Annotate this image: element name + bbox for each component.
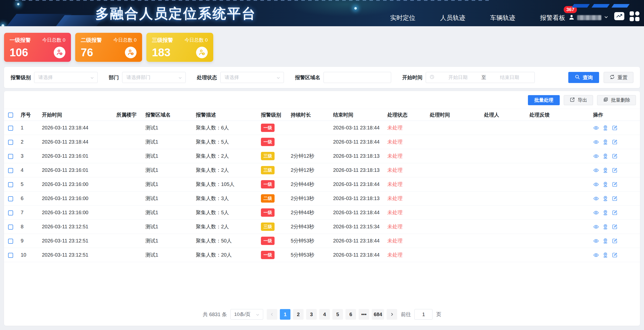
cell-text: 7	[21, 210, 23, 215]
status-text: 未处理	[387, 238, 402, 243]
row-checkbox[interactable]	[8, 182, 13, 187]
filter-label-dept: 部门	[109, 74, 119, 81]
column-header: 报警区域名	[145, 112, 171, 118]
date-separator: 至	[481, 74, 486, 81]
chevron-down-icon	[90, 76, 94, 81]
cell-text: 8	[21, 224, 23, 229]
page-button[interactable]: 3	[306, 309, 317, 320]
view-icon[interactable]	[593, 125, 599, 131]
select-placeholder: 请选择部门	[126, 74, 150, 81]
cell-text: 9	[21, 238, 23, 243]
search-button[interactable]: 查询	[568, 72, 599, 83]
date-range-picker[interactable]: 开始日期 至 结束日期	[426, 72, 535, 83]
edit-icon[interactable]	[612, 125, 618, 131]
locate-icon[interactable]	[602, 252, 608, 258]
row-checkbox[interactable]	[8, 196, 13, 201]
card-today-total: 今日总数 0	[184, 37, 208, 43]
locate-icon[interactable]	[602, 153, 608, 159]
batch-delete-button[interactable]: 批量删除	[597, 95, 636, 105]
view-icon[interactable]	[593, 196, 599, 202]
edit-icon[interactable]	[612, 196, 618, 202]
page-button[interactable]: 4	[319, 309, 330, 320]
user-menu[interactable]	[568, 9, 609, 26]
column-header: 所属楼宇	[116, 112, 137, 118]
edit-icon[interactable]	[612, 224, 618, 230]
edit-icon[interactable]	[612, 181, 618, 187]
row-checkbox[interactable]	[8, 239, 13, 244]
locate-icon[interactable]	[602, 139, 608, 145]
reset-button[interactable]: 重置	[604, 72, 633, 83]
view-icon[interactable]	[593, 181, 599, 187]
monitor-chart-button[interactable]	[614, 11, 625, 22]
locate-icon[interactable]	[602, 210, 608, 216]
edit-icon[interactable]	[612, 238, 618, 244]
chevron-down-icon	[276, 76, 281, 81]
level-tag: 三级	[261, 223, 275, 231]
goto-page-input[interactable]	[414, 309, 433, 320]
view-icon[interactable]	[593, 224, 599, 230]
status-select[interactable]: 请选择	[220, 72, 284, 83]
edit-icon[interactable]	[612, 153, 618, 159]
edit-icon[interactable]	[612, 139, 618, 145]
cell-text: 2026-03-11 23:12:51	[42, 252, 88, 258]
locate-icon[interactable]	[602, 167, 608, 173]
nav-item-label: 人员轨迹	[440, 14, 465, 21]
prev-page-button[interactable]	[267, 309, 277, 320]
page-size-select[interactable]: 10条/页	[230, 309, 263, 320]
nav-item[interactable]: 人员轨迹	[440, 14, 465, 22]
locate-icon[interactable]	[602, 181, 608, 187]
nav-item[interactable]: 实时定位	[390, 14, 415, 22]
next-page-button[interactable]	[387, 309, 397, 320]
start-date-placeholder: 开始日期	[437, 74, 479, 81]
page-button[interactable]: 2	[293, 309, 304, 320]
last-page-button[interactable]: 684	[372, 309, 384, 320]
view-icon[interactable]	[593, 252, 599, 258]
export-button[interactable]: 导出	[564, 95, 593, 105]
level-select[interactable]: 请选择	[34, 72, 98, 83]
row-checkbox[interactable]	[8, 225, 13, 230]
row-checkbox[interactable]	[8, 126, 13, 131]
page-button[interactable]: 1	[280, 309, 290, 320]
edit-icon[interactable]	[612, 167, 618, 173]
card-count: 106	[10, 47, 28, 58]
dept-select[interactable]: 请选择部门	[122, 72, 186, 83]
nav-item[interactable]: 车辆轨迹	[490, 14, 515, 22]
edit-icon[interactable]	[612, 210, 618, 216]
view-icon[interactable]	[593, 153, 599, 159]
user-name-masked	[577, 15, 601, 20]
select-all-checkbox[interactable]	[8, 113, 13, 118]
row-checkbox[interactable]	[8, 210, 13, 215]
view-icon[interactable]	[593, 139, 599, 145]
filter-bar: 报警级别 请选择 部门 请选择部门 处理状态 请选择	[4, 67, 640, 88]
edit-icon[interactable]	[612, 252, 618, 258]
area-name-input[interactable]	[324, 72, 391, 83]
card-level-label: 二级报警	[81, 37, 102, 44]
locate-icon[interactable]	[602, 224, 608, 230]
chevron-down-icon	[604, 15, 609, 21]
batch-delete-icon	[603, 97, 608, 104]
more-pages-button[interactable]: •••	[359, 309, 369, 320]
row-checkbox[interactable]	[8, 253, 13, 258]
view-icon[interactable]	[593, 167, 599, 173]
cell-text: 测试1	[145, 238, 158, 243]
summary-cards: 一级报警 今日总数 0 106 二级报警 今	[0, 26, 644, 62]
row-checkbox[interactable]	[8, 140, 13, 145]
apps-grid-icon	[630, 11, 639, 21]
page-button[interactable]: 5	[332, 309, 343, 320]
card-level-label: 一级报警	[10, 37, 31, 44]
view-icon[interactable]	[593, 238, 599, 244]
header-decor-parallelograms	[573, 4, 628, 8]
nav-item[interactable]: 报警看板367	[540, 14, 565, 22]
page-button[interactable]: 6	[345, 309, 356, 320]
cell-text: 聚集人数：105人	[196, 181, 234, 187]
locate-icon[interactable]	[602, 196, 608, 202]
apps-grid-button[interactable]	[629, 11, 640, 22]
status-text: 未处理	[387, 210, 402, 215]
view-icon[interactable]	[593, 210, 599, 216]
locate-icon[interactable]	[602, 238, 608, 244]
batch-process-button[interactable]: 批量处理	[528, 95, 560, 105]
row-checkbox[interactable]	[8, 168, 13, 173]
row-checkbox[interactable]	[8, 154, 13, 159]
cell-text: 2分钟43秒	[291, 224, 314, 229]
locate-icon[interactable]	[602, 125, 608, 131]
